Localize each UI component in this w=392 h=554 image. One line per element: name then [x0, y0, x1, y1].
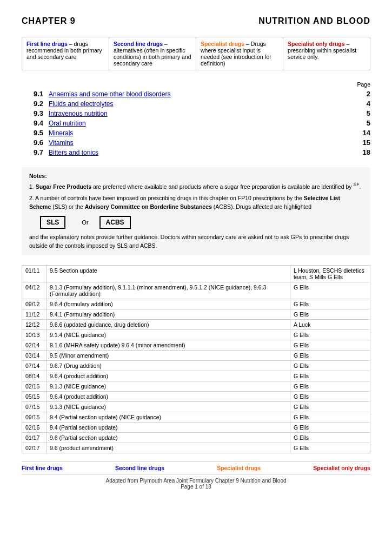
update-author: G Ells [290, 381, 370, 392]
sls-box: SLS [40, 216, 65, 229]
table-row: 11/12 9.4.1 (Formulary addition) G Ells [22, 309, 370, 320]
update-desc: 9.1.3 (NICE guidance) [46, 402, 290, 412]
table-row: 09/15 9.4 (Partial section update) (NICE… [22, 412, 370, 423]
update-desc: 9.6 (product amendment) [46, 443, 290, 453]
update-desc: 9.6.4 (product addition) [46, 371, 290, 381]
update-date: 02/17 [22, 443, 46, 453]
table-row: 07/15 9.1.3 (NICE guidance) G Ells [22, 402, 370, 412]
toc-link-96[interactable]: Vitamins [49, 139, 354, 147]
update-author: G Ells [290, 371, 370, 381]
toc-page-92: 4 [354, 100, 370, 108]
update-date: 09/12 [22, 299, 46, 309]
legend-col1: First line drugs – drugs recommended in … [22, 37, 109, 70]
second-line-desc: alternatives (often in specific conditio… [114, 47, 191, 67]
table-row: 05/15 9.6.4 (product addition) G Ells [22, 392, 370, 402]
update-author: G Ells [290, 433, 370, 443]
toc-row-93: 9.3 Intravenous nutrition 5 [22, 109, 370, 117]
table-row: 03/14 9.5 (Minor amendment) G Ells [22, 351, 370, 361]
notes-title: Notes: [29, 173, 363, 179]
footer-specialist-only: Specialist only drugs [313, 465, 370, 471]
update-desc: 9.4 (Partial section update) [46, 423, 290, 433]
sls-acbs-row: SLS Or ACBS [29, 216, 363, 229]
notes-item1-num: 1. [29, 183, 34, 190]
notes-item1-bold: Sugar Free Products [36, 183, 91, 190]
table-row: 01/17 9.6 (Partial section update) G Ell… [22, 433, 370, 443]
table-row: 02/17 9.6 (product amendment) G Ells [22, 443, 370, 453]
table-row: 01/11 9.5 Section update L Houston, ESCH… [22, 266, 370, 282]
update-desc: 9.1.3 (Formulary addition), 9.1.1.1 (min… [46, 282, 290, 299]
update-author: G Ells [290, 412, 370, 423]
page-header: CHAPTER 9 NUTRITION AND BLOOD [22, 16, 370, 26]
update-date: 07/14 [22, 361, 46, 371]
second-line-label: Second line drugs [114, 41, 163, 47]
legend-col2: Second line drugs – alternatives (often … [109, 37, 196, 70]
toc-page-96: 15 [354, 138, 370, 147]
toc-num-96: 9.6 [22, 138, 49, 147]
update-date: 09/15 [22, 412, 46, 423]
chapter-title: CHAPTER 9 [22, 16, 76, 26]
update-desc: 9.4.1 (Formulary addition) [46, 309, 290, 320]
specialist-only-desc: prescribing within specialist service on… [288, 47, 356, 60]
toc-num-97: 9.7 [22, 148, 49, 156]
update-date: 01/17 [22, 433, 46, 443]
toc-link-94[interactable]: Oral nutrition [49, 120, 354, 127]
specialist-only-label: Specialist only drugs [288, 41, 345, 47]
notes-item-2: 2. A number of controls have been impose… [29, 194, 363, 212]
update-date: 03/14 [22, 351, 46, 361]
toc-num-92: 9.2 [22, 100, 49, 108]
notes-footer: and the explanatory notes provide furthe… [29, 233, 363, 250]
toc-num-91: 9.1 [22, 90, 49, 98]
toc-num-95: 9.5 [22, 129, 49, 137]
update-date: 10/13 [22, 330, 46, 340]
toc-page-label: Page [22, 81, 370, 88]
notes-section: Notes: 1. Sugar Free Products are prefer… [22, 167, 370, 255]
toc-row-91: 9.1 Anaemias and some other blood disord… [22, 90, 370, 98]
update-desc: 9.6 (Partial section update) [46, 433, 290, 443]
table-row: 02/14 9.1.6 (MHRA safety update) 9.6.4 (… [22, 340, 370, 351]
update-desc: 9.6.7 (Drug addition) [46, 361, 290, 371]
update-desc: 9.6.4 (formulary addition) [46, 299, 290, 309]
table-row: 07/14 9.6.7 (Drug addition) G Ells [22, 361, 370, 371]
toc-link-91[interactable]: Anaemias and some other blood disorders [49, 90, 354, 98]
footer-specialist: Specialist drugs [217, 465, 261, 471]
update-author: G Ells [290, 282, 370, 299]
footer-adapted: Adapted from Plymouth Area Joint Formula… [22, 478, 370, 490]
toc-link-95[interactable]: Minerals [49, 129, 354, 137]
update-desc: 9.1.3 (NICE guidance) [46, 381, 290, 392]
table-row: 09/12 9.6.4 (formulary addition) G Ells [22, 299, 370, 309]
update-date: 04/12 [22, 282, 46, 299]
update-author: G Ells [290, 330, 370, 340]
update-date: 02/14 [22, 340, 46, 351]
update-date: 02/16 [22, 423, 46, 433]
toc-link-97[interactable]: Bitters and tonics [49, 149, 354, 156]
update-desc: 9.4 (Partial section update) (NICE guida… [46, 412, 290, 423]
update-date: 02/15 [22, 381, 46, 392]
update-author: G Ells [290, 423, 370, 433]
update-author: G Ells [290, 351, 370, 361]
toc-num-94: 9.4 [22, 119, 49, 127]
update-author: G Ells [290, 309, 370, 320]
first-line-label: First line drugs [26, 41, 68, 47]
toc-num-93: 9.3 [22, 109, 49, 117]
update-date: 11/12 [22, 309, 46, 320]
toc-page-95: 14 [354, 129, 370, 137]
update-author: G Ells [290, 299, 370, 309]
update-date: 08/14 [22, 371, 46, 381]
update-author: A Luck [290, 320, 370, 330]
footer-legend: First line drugs Second line drugs Speci… [22, 461, 370, 474]
update-desc: 9.5 Section update [46, 266, 290, 282]
legend-col3: Specialist drugs – Drugs where specialis… [196, 37, 283, 70]
update-date: 07/15 [22, 402, 46, 412]
update-desc: 9.1.4 (NICE guidance) [46, 330, 290, 340]
update-author: G Ells [290, 340, 370, 351]
toc-section: Page 9.1 Anaemias and some other blood d… [22, 81, 370, 156]
update-desc: 9.5 (Minor amendment) [46, 351, 290, 361]
acbs-box: ACBS [99, 216, 131, 229]
toc-row-95: 9.5 Minerals 14 [22, 129, 370, 137]
toc-link-93[interactable]: Intravenous nutrition [49, 110, 354, 117]
toc-page-91: 2 [354, 90, 370, 98]
update-author: G Ells [290, 402, 370, 412]
toc-link-92[interactable]: Fluids and electrolytes [49, 100, 354, 108]
update-desc: 9.1.6 (MHRA safety update) 9.6.4 (minor … [46, 340, 290, 351]
toc-page-97: 18 [354, 148, 370, 156]
